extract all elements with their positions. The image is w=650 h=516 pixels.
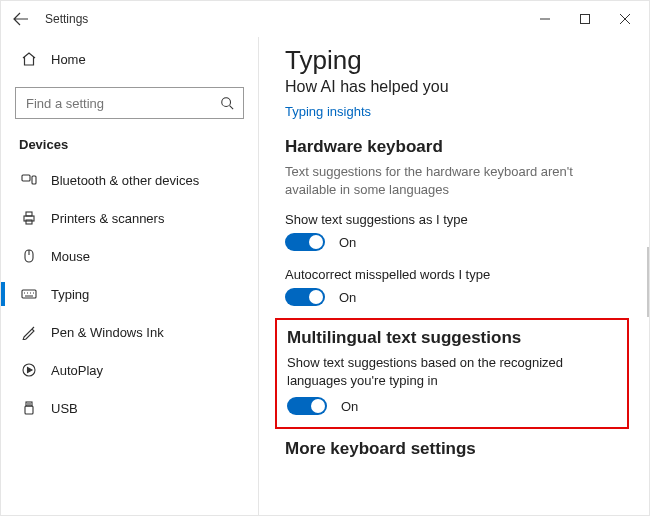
svg-point-1 [222,98,231,107]
window-title: Settings [45,12,88,26]
scrollbar[interactable] [647,247,649,317]
sidebar: Home Devices Bluetooth & other devices P… [1,37,259,515]
minimize-button[interactable] [525,3,565,35]
setting-autocorrect-label: Autocorrect misspelled words I type [285,267,623,282]
nav-item-label: Mouse [51,249,90,264]
maximize-button[interactable] [565,3,605,35]
page-title: Typing [285,45,623,76]
mouse-icon [21,248,37,264]
svg-rect-2 [22,175,30,181]
multilingual-note: Show text suggestions based on the recog… [287,354,617,389]
search-box[interactable] [15,87,244,119]
toggle-show-suggestions[interactable] [285,233,325,251]
toggle-autocorrect[interactable] [285,288,325,306]
printer-icon [21,210,37,226]
toggle-multilingual-state: On [337,399,358,414]
usb-icon [21,400,37,416]
autoplay-icon [21,362,37,378]
nav-item-mouse[interactable]: Mouse [15,238,244,274]
typing-insights-link[interactable]: Typing insights [285,104,371,119]
nav-home[interactable]: Home [15,41,244,77]
search-icon [219,95,235,111]
svg-rect-5 [26,212,32,216]
nav-item-label: Pen & Windows Ink [51,325,164,340]
back-button[interactable] [11,9,31,29]
toggle-show-suggestions-state: On [335,235,356,250]
svg-rect-10 [26,402,32,406]
nav-item-label: Bluetooth & other devices [51,173,199,188]
nav-item-usb[interactable]: USB [15,390,244,426]
multilingual-heading: Multilingual text suggestions [287,328,617,348]
svg-rect-11 [25,406,33,414]
devices-icon [21,172,37,188]
svg-rect-3 [32,176,36,184]
more-keyboard-heading: More keyboard settings [285,439,623,459]
svg-rect-0 [581,15,590,24]
nav-item-autoplay[interactable]: AutoPlay [15,352,244,388]
nav-item-label: USB [51,401,78,416]
setting-show-suggestions-label: Show text suggestions as I type [285,212,623,227]
nav-item-label: Typing [51,287,89,302]
toggle-multilingual[interactable] [287,397,327,415]
toggle-autocorrect-state: On [335,290,356,305]
nav-item-typing[interactable]: Typing [15,276,244,312]
nav-item-label: AutoPlay [51,363,103,378]
nav-item-printers[interactable]: Printers & scanners [15,200,244,236]
keyboard-icon [21,286,37,302]
close-button[interactable] [605,3,645,35]
hardware-keyboard-note: Text suggestions for the hardware keyboa… [285,163,623,198]
nav-item-label: Printers & scanners [51,211,164,226]
nav-item-bluetooth[interactable]: Bluetooth & other devices [15,162,244,198]
category-label: Devices [19,137,244,152]
page-subtitle: How AI has helped you [285,78,623,96]
title-bar: Settings [1,1,649,37]
svg-rect-8 [22,290,36,298]
home-icon [21,51,37,67]
search-input[interactable] [24,95,219,112]
nav-item-pen[interactable]: Pen & Windows Ink [15,314,244,350]
hardware-keyboard-heading: Hardware keyboard [285,137,623,157]
window-controls [525,3,645,35]
content-pane: Typing How AI has helped you Typing insi… [259,37,649,515]
nav-home-label: Home [51,52,86,67]
multilingual-highlight: Multilingual text suggestions Show text … [275,318,629,429]
pen-icon [21,324,37,340]
